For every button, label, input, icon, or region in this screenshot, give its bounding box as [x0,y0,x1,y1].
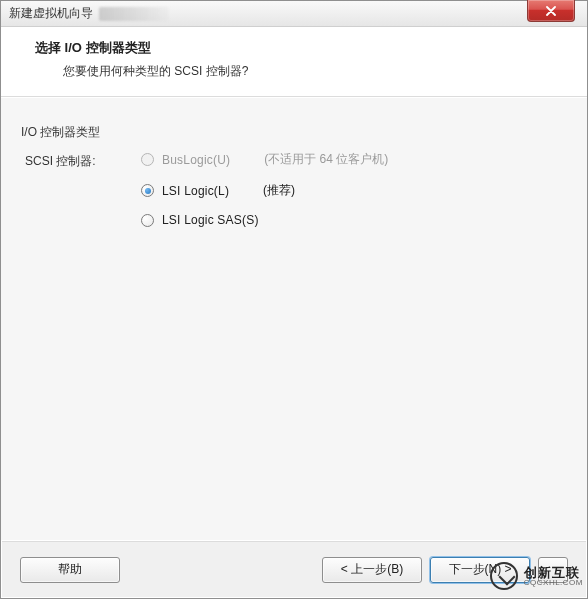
radio-label: LSI Logic(L) [162,184,229,198]
scsi-row: SCSI 控制器: BusLogic(U) (不适用于 64 位客户机) LSI… [25,151,567,227]
wizard-header: 选择 I/O 控制器类型 您要使用何种类型的 SCSI 控制器? [1,27,587,97]
radio-option-lsilogic[interactable]: LSI Logic(L) (推荐) [141,182,388,199]
radio-label: LSI Logic SAS(S) [162,213,259,227]
wizard-window: 新建虚拟机向导 选择 I/O 控制器类型 您要使用何种类型的 SCSI 控制器?… [0,0,588,599]
radio-hint: (推荐) [263,182,295,199]
back-button[interactable]: < 上一步(B) [322,557,422,583]
radio-icon [141,153,154,166]
wizard-content: I/O 控制器类型 SCSI 控制器: BusLogic(U) (不适用于 64… [1,97,587,540]
radio-dot-icon [145,188,151,194]
page-title: 选择 I/O 控制器类型 [35,39,567,57]
help-button[interactable]: 帮助 [20,557,120,583]
radio-group: BusLogic(U) (不适用于 64 位客户机) LSI Logic(L) … [141,151,388,227]
cancel-button[interactable] [538,557,568,583]
close-icon [545,6,557,16]
group-label: I/O 控制器类型 [21,124,567,141]
window-title: 新建虚拟机向导 [9,5,93,22]
radio-option-buslogic: BusLogic(U) (不适用于 64 位客户机) [141,151,388,168]
radio-icon [141,184,154,197]
titlebar: 新建虚拟机向导 [1,1,587,27]
next-button[interactable]: 下一步(N) > [430,557,530,583]
radio-hint: (不适用于 64 位客户机) [264,151,388,168]
radio-icon [141,214,154,227]
scsi-label: SCSI 控制器: [25,151,141,170]
titlebar-decoration [99,7,169,21]
page-subtitle: 您要使用何种类型的 SCSI 控制器? [63,63,567,80]
radio-option-lsilogic-sas[interactable]: LSI Logic SAS(S) [141,213,388,227]
close-button[interactable] [527,0,575,22]
radio-label: BusLogic(U) [162,153,230,167]
wizard-footer: 帮助 < 上一步(B) 下一步(N) > [2,541,586,597]
